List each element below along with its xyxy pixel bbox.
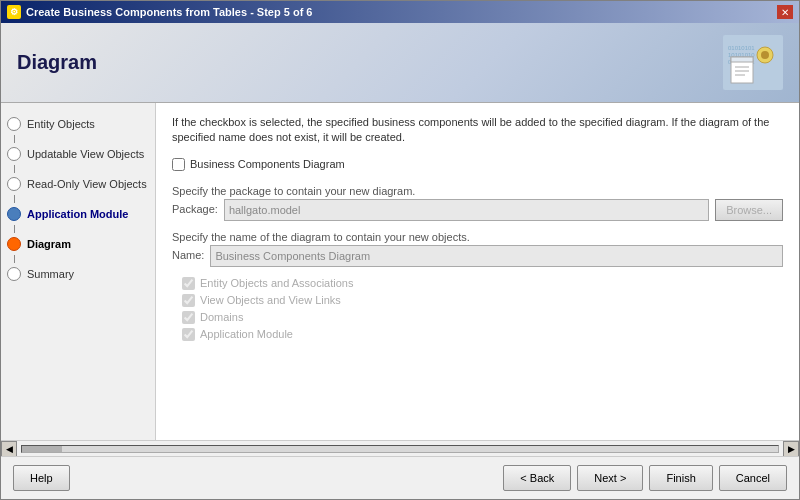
sidebar-item-updatable-view[interactable]: Updatable View Objects [1, 143, 155, 165]
step-5-indicator [7, 237, 21, 251]
package-group: Specify the package to contain your new … [172, 185, 783, 221]
application-module-label: Application Module [200, 328, 293, 340]
close-button[interactable]: ✕ [777, 5, 793, 19]
name-field-row: Name: [172, 245, 783, 267]
main-content: Entity Objects Updatable View Objects Re… [1, 103, 799, 440]
entity-objects-checkbox[interactable] [182, 277, 195, 290]
diagram-checkbox-row: Business Components Diagram [172, 158, 783, 171]
back-button[interactable]: < Back [503, 465, 571, 491]
step-connector-2 [14, 165, 15, 173]
sub-checkboxes-group: Entity Objects and Associations View Obj… [172, 277, 783, 341]
svg-text:01010101: 01010101 [728, 45, 755, 51]
domains-label: Domains [200, 311, 243, 323]
name-input[interactable] [210, 245, 783, 267]
footer-right: < Back Next > Finish Cancel [503, 465, 787, 491]
step-connector-4 [14, 225, 15, 233]
svg-rect-7 [731, 57, 753, 62]
name-section-label: Specify the name of the diagram to conta… [172, 231, 783, 243]
header-area: Diagram 01010101 10101010 01010101 [1, 23, 799, 103]
content-area: If the checkbox is selected, the specifi… [156, 103, 799, 440]
sidebar: Entity Objects Updatable View Objects Re… [1, 103, 156, 440]
step-1-indicator [7, 117, 21, 131]
help-button[interactable]: Help [13, 465, 70, 491]
header-icon: 01010101 10101010 01010101 [723, 35, 783, 90]
sub-checkbox-row-1: Entity Objects and Associations [182, 277, 783, 290]
title-bar: ⚙ Create Business Components from Tables… [1, 1, 799, 23]
browse-button[interactable]: Browse... [715, 199, 783, 221]
svg-point-5 [761, 51, 769, 59]
name-group: Specify the name of the diagram to conta… [172, 231, 783, 267]
view-objects-checkbox[interactable] [182, 294, 195, 307]
diagram-checkbox[interactable] [172, 158, 185, 171]
sidebar-item-summary[interactable]: Summary [1, 263, 155, 285]
main-window: ⚙ Create Business Components from Tables… [0, 0, 800, 500]
package-section-label: Specify the package to contain your new … [172, 185, 783, 197]
sub-checkbox-row-4: Application Module [182, 328, 783, 341]
step-3-indicator [7, 177, 21, 191]
window-icon: ⚙ [7, 5, 21, 19]
domains-checkbox[interactable] [182, 311, 195, 324]
scrollbar-area: ◀ ▶ [1, 440, 799, 456]
title-bar-text: ⚙ Create Business Components from Tables… [7, 5, 312, 19]
diagram-checkbox-label[interactable]: Business Components Diagram [190, 158, 345, 170]
scroll-left-button[interactable]: ◀ [1, 441, 17, 457]
step-2-indicator [7, 147, 21, 161]
scrollbar-track [21, 445, 779, 453]
scroll-right-button[interactable]: ▶ [783, 441, 799, 457]
sidebar-item-readonly-view[interactable]: Read-Only View Objects [1, 173, 155, 195]
sub-checkbox-row-2: View Objects and View Links [182, 294, 783, 307]
cancel-button[interactable]: Cancel [719, 465, 787, 491]
sidebar-item-entity-objects[interactable]: Entity Objects [1, 113, 155, 135]
package-field-row: Package: Browse... [172, 199, 783, 221]
application-module-checkbox[interactable] [182, 328, 195, 341]
name-label: Name: [172, 249, 204, 261]
description-text: If the checkbox is selected, the specifi… [172, 115, 783, 146]
sub-checkbox-row-3: Domains [182, 311, 783, 324]
step-4-indicator [7, 207, 21, 221]
view-objects-label: View Objects and View Links [200, 294, 341, 306]
footer-left: Help [13, 465, 70, 491]
package-input[interactable] [224, 199, 709, 221]
package-label: Package: [172, 203, 218, 215]
sidebar-item-diagram[interactable]: Diagram [1, 233, 155, 255]
footer: Help < Back Next > Finish Cancel [1, 456, 799, 499]
step-6-indicator [7, 267, 21, 281]
sidebar-item-application-module[interactable]: Application Module [1, 203, 155, 225]
entity-objects-label: Entity Objects and Associations [200, 277, 353, 289]
next-button[interactable]: Next > [577, 465, 643, 491]
finish-button[interactable]: Finish [649, 465, 712, 491]
step-connector-3 [14, 195, 15, 203]
page-title: Diagram [17, 51, 97, 74]
step-connector-1 [14, 135, 15, 143]
step-connector-5 [14, 255, 15, 263]
scrollbar-thumb [22, 446, 62, 452]
